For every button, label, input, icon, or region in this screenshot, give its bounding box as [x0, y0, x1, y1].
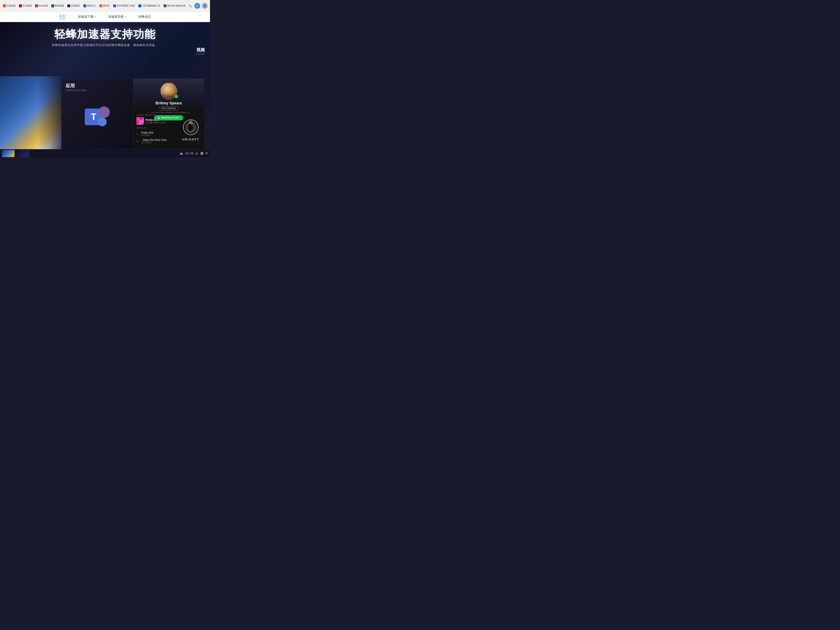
- image-overlay: [0, 76, 63, 149]
- play-icon: [158, 117, 160, 119]
- game-icon: [83, 5, 86, 7]
- nav-download-label: 加速器下载: [78, 15, 93, 19]
- taskbar-thumb-1[interactable]: [2, 150, 14, 157]
- followers-icon: ♪: [148, 112, 150, 114]
- search-icon[interactable]: 🔍: [188, 4, 193, 8]
- followers-label: FOLLOWERS: [159, 112, 172, 114]
- teams-circle-small: [98, 117, 107, 126]
- app-section-header: 应用 APPLICATION: [62, 79, 133, 94]
- nav-home-label: 首页: [59, 14, 65, 18]
- video-title-en: VIDEO: [191, 53, 210, 55]
- bookmark-suzhou[interactable]: 苏州市建设工程质: [112, 3, 136, 8]
- network-icon: 📶: [201, 152, 203, 155]
- nav-download[interactable]: 加速器下载 ▾: [78, 15, 96, 19]
- bookmark-taobao[interactable]: 爱淘宝: [98, 3, 111, 8]
- bookmark-label: flash游戏: [38, 4, 48, 7]
- bookmark-game[interactable]: 游戏中心: [82, 3, 97, 8]
- hero-subtitle: 轻蜂加速器仅支持中国大陆地区可以访问的境外网络加速，请勿做非法用途。: [32, 43, 178, 47]
- avatar-wrapper: ✓: [160, 83, 177, 99]
- bookmark-solo[interactable]: 独行侠vs快船在线: [162, 3, 187, 8]
- app-title-en: APPLICATION: [66, 89, 129, 92]
- artist-header: ✓ Britney Spears FOLLOWING ♪ 1,051,294 F…: [133, 79, 204, 112]
- bookmark-label: 天猫精选: [6, 4, 16, 7]
- following-button[interactable]: FOLLOWING: [158, 106, 179, 111]
- user-avatar-2[interactable]: 👤: [202, 3, 208, 9]
- weather-icon: ⛅: [180, 152, 183, 155]
- nav-news[interactable]: 轻蜂动态: [138, 15, 151, 19]
- artist-name: Britney Spears: [155, 101, 182, 106]
- bookmark-label: 京东商城: [22, 4, 32, 7]
- jiangsu-icon: [138, 5, 141, 7]
- chevron-down-icon: ▾: [95, 16, 96, 18]
- teams-logo-area: T: [62, 94, 133, 140]
- bookmarks-bar: 天猫精选 京东商城 flash游戏 腾讯视频 企鹅电竞 游戏中心 爱淘宝 苏州市…: [0, 0, 210, 12]
- bookmark-label: 爱淘宝: [103, 4, 110, 7]
- app-section: 应用 APPLICATION T: [62, 78, 133, 149]
- nav-bar: 首页 加速器下载 ▾ 加速器导航 ▾ 轻蜂动态: [0, 12, 210, 22]
- bookmark-label: 企鹅电竞: [71, 4, 80, 7]
- teams-logo: T: [85, 106, 110, 127]
- jd-icon: [19, 5, 22, 7]
- video-section: 视频 VIDEO: [191, 47, 210, 55]
- taskbar-thumb-2[interactable]: [16, 150, 29, 157]
- hero-section: 轻蜂加速器支持功能 轻蜂加速器仅支持中国大陆地区可以访问的境外网络加速，请勿做非…: [32, 28, 178, 47]
- ubisoft-section: UBISOFT: [172, 111, 210, 149]
- tmall-icon: [3, 5, 6, 7]
- tencent-icon: [51, 5, 54, 7]
- track-number: 2: [136, 140, 139, 143]
- nav-home[interactable]: 首页: [59, 14, 65, 19]
- verified-badge: ✓: [174, 95, 178, 98]
- app-title-cn: 应用: [66, 83, 129, 89]
- weather-text: 30°C 阴: [185, 152, 193, 155]
- bookmark-label: 独行侠vs快船在线: [167, 4, 185, 7]
- hero-title: 轻蜂加速器支持功能: [32, 28, 178, 40]
- nav-navigation-label: 加速器导航: [108, 15, 124, 19]
- video-title-cn: 视频: [191, 47, 210, 53]
- taskbar-right: ⛅ 30°C 阴 🔊 📶 中: [180, 152, 208, 155]
- followers-count: 1,051,294: [150, 112, 159, 114]
- bookmark-jiangsu[interactable]: 江苏省建筑施工安: [137, 3, 161, 8]
- bookmark-label: 江苏省建筑施工安: [142, 4, 160, 7]
- taskbar: ⛅ 30°C 阴 🔊 📶 中: [0, 149, 210, 158]
- bookmark-tencent[interactable]: 腾讯视频: [50, 3, 65, 8]
- bookmark-qipeng[interactable]: 企鹅电竞: [66, 3, 81, 8]
- chevron-down-icon: ▾: [125, 16, 126, 18]
- bookmark-label: 苏州市建设工程质: [117, 4, 135, 7]
- left-anime-image: [0, 76, 63, 149]
- suzhou-icon: [113, 5, 116, 7]
- qipeng-icon: [67, 5, 70, 7]
- flash-icon: [35, 5, 38, 7]
- release-thumbnail: PG: [136, 117, 144, 125]
- volume-icon: 🔊: [196, 152, 198, 155]
- main-content: 轻蜂加速器支持功能 轻蜂加速器仅支持中国大陆地区可以访问的境外网络加速，请勿做非…: [0, 22, 210, 149]
- bookmark-tmall[interactable]: 天猫精选: [2, 3, 17, 8]
- bookmark-jd[interactable]: 京东商城: [18, 3, 33, 8]
- nav-navigation[interactable]: 加速器导航 ▾: [108, 15, 126, 19]
- bookmark-flash[interactable]: flash游戏: [34, 3, 49, 8]
- user-avatar[interactable]: U: [194, 3, 200, 9]
- bookmark-label: 游戏中心: [87, 4, 96, 7]
- track-number: 1: [136, 133, 139, 136]
- teams-circle-big: [98, 106, 110, 118]
- taobao-icon: [99, 5, 102, 7]
- nav-news-label: 轻蜂动态: [138, 15, 151, 19]
- ime-indicator: 中: [205, 152, 208, 155]
- bookmark-label: 腾讯视频: [55, 4, 64, 7]
- svg-point-0: [183, 120, 198, 135]
- ubisoft-label: UBISOFT: [182, 138, 199, 141]
- solo-icon: [164, 5, 166, 7]
- ubisoft-logo: [183, 119, 199, 136]
